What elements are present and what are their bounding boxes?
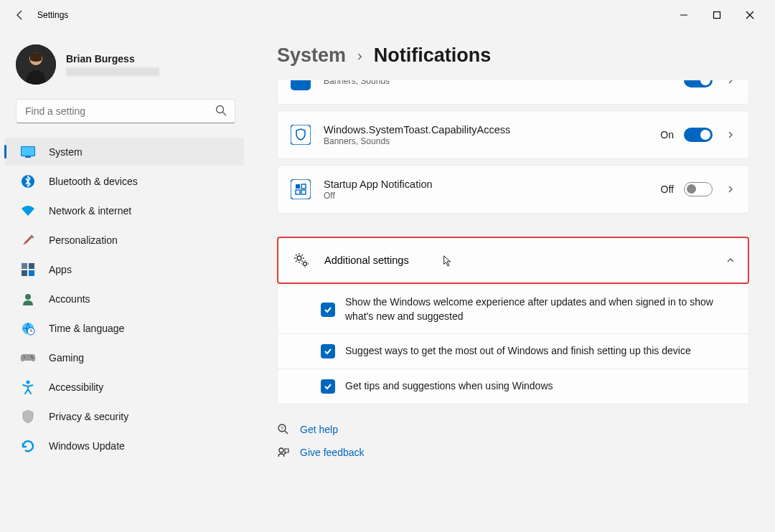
- accessibility-icon: [20, 379, 36, 395]
- notification-app-card[interactable]: Startup App NotificationOff Off: [277, 165, 749, 214]
- sidebar-item-privacy[interactable]: Privacy & security: [4, 402, 244, 430]
- give-feedback-link[interactable]: Give feedback: [277, 446, 749, 459]
- checkbox-label: Get tips and suggestions when using Wind…: [345, 379, 553, 394]
- sidebar-item-network[interactable]: Network & internet: [4, 196, 244, 224]
- chevron-right-icon: ›: [357, 47, 362, 64]
- additional-settings-expander[interactable]: Additional settings: [277, 237, 749, 284]
- sidebar-item-system[interactable]: System: [4, 138, 244, 166]
- sidebar-item-bluetooth[interactable]: Bluetooth & devices: [4, 167, 244, 195]
- card-title: Startup App Notification: [324, 179, 661, 190]
- sidebar-item-label: Apps: [49, 264, 72, 275]
- sidebar-item-label: Accounts: [49, 293, 90, 305]
- svg-rect-14: [29, 270, 34, 276]
- sidebar-item-label: Time & language: [49, 323, 124, 334]
- account-section[interactable]: Brian Burgess: [0, 40, 251, 99]
- sidebar-item-update[interactable]: Windows Update: [4, 432, 244, 460]
- person-icon: [20, 291, 36, 307]
- shield-app-icon: [291, 125, 311, 145]
- chevron-up-icon: [726, 256, 735, 265]
- sidebar-item-label: Windows Update: [49, 440, 125, 452]
- checkbox-row[interactable]: Show the Windows welcome experience afte…: [277, 285, 749, 334]
- sidebar-item-label: Network & internet: [49, 205, 131, 217]
- sidebar: Brian Burgess System Bluetooth & devices…: [0, 30, 251, 532]
- bluetooth-icon: [20, 174, 36, 189]
- notification-app-card[interactable]: Windows.SystemToast.CapabilityAccessBann…: [277, 110, 749, 159]
- gamepad-icon: [20, 350, 36, 366]
- sidebar-item-gaming[interactable]: Gaming: [4, 343, 244, 371]
- card-subtitle: Banners, Sounds: [324, 136, 660, 146]
- sidebar-item-label: Privacy & security: [49, 411, 128, 422]
- breadcrumb-parent[interactable]: System: [277, 44, 346, 67]
- help-icon: ?: [277, 423, 290, 436]
- checkbox-row[interactable]: Get tips and suggestions when using Wind…: [277, 369, 749, 404]
- svg-rect-26: [291, 125, 311, 145]
- checkbox-checked[interactable]: [321, 379, 335, 394]
- chevron-right-icon: [725, 80, 736, 85]
- get-help-link[interactable]: ? Get help: [277, 423, 749, 436]
- svg-rect-8: [25, 156, 31, 158]
- checkbox-checked[interactable]: [321, 303, 335, 317]
- checkbox-label: Suggest ways to get the most out of Wind…: [345, 344, 691, 358]
- app-title: Settings: [37, 10, 68, 20]
- checkbox-checked[interactable]: [321, 344, 335, 358]
- update-icon: [20, 438, 36, 454]
- display-icon: [20, 144, 36, 160]
- sidebar-item-accessibility[interactable]: Accessibility: [4, 373, 244, 401]
- back-button[interactable]: [9, 4, 32, 27]
- main-content: System › Notifications Banners, Sounds W…: [277, 30, 749, 532]
- sidebar-item-label: Accessibility: [49, 381, 103, 393]
- sidebar-item-accounts[interactable]: Accounts: [4, 285, 244, 313]
- clock-globe-icon: [20, 320, 36, 336]
- search-input[interactable]: [16, 99, 235, 123]
- chevron-right-icon: [725, 184, 736, 194]
- svg-point-37: [279, 448, 283, 452]
- cursor-icon: [442, 255, 454, 267]
- svg-rect-11: [22, 263, 27, 269]
- svg-point-4: [217, 106, 224, 113]
- card-subtitle: Banners, Sounds: [324, 80, 684, 86]
- svg-rect-27: [291, 179, 311, 199]
- svg-rect-1: [714, 12, 720, 19]
- notification-app-card[interactable]: Banners, Sounds: [277, 80, 749, 105]
- search-container: [16, 99, 235, 123]
- svg-rect-7: [22, 147, 34, 156]
- sidebar-item-personalization[interactable]: Personalization: [4, 226, 244, 254]
- toggle-switch[interactable]: [684, 182, 713, 196]
- brush-icon: [20, 232, 36, 248]
- gears-icon: [291, 250, 311, 270]
- card-subtitle: Off: [324, 191, 661, 201]
- feedback-link-text[interactable]: Give feedback: [300, 447, 365, 458]
- svg-point-15: [25, 294, 31, 300]
- checkbox-label: Show the Windows welcome experience afte…: [345, 295, 736, 323]
- sidebar-item-time[interactable]: Time & language: [4, 314, 244, 342]
- svg-rect-25: [291, 80, 311, 90]
- shield-icon: [20, 409, 36, 424]
- nav: System Bluetooth & devices Network & int…: [0, 138, 251, 460]
- maximize-button[interactable]: [700, 4, 733, 27]
- sidebar-item-label: Gaming: [49, 352, 84, 364]
- app-icon: [291, 80, 311, 90]
- card-title: Windows.SystemToast.CapabilityAccess: [324, 124, 660, 136]
- close-button[interactable]: [733, 4, 766, 27]
- chevron-right-icon: [725, 130, 736, 140]
- startup-app-icon: [291, 179, 311, 199]
- wifi-icon: [20, 203, 36, 219]
- svg-point-22: [31, 356, 32, 357]
- checkbox-row[interactable]: Suggest ways to get the most out of Wind…: [277, 334, 749, 369]
- svg-rect-13: [22, 270, 27, 276]
- svg-point-23: [32, 357, 33, 358]
- account-name: Brian Burgess: [66, 53, 159, 65]
- apps-icon: [20, 262, 36, 277]
- sidebar-item-apps[interactable]: Apps: [4, 255, 244, 283]
- minimize-button[interactable]: [667, 4, 700, 27]
- toggle-switch[interactable]: [684, 128, 713, 142]
- sidebar-item-label: System: [49, 146, 83, 158]
- feedback-icon: [277, 446, 290, 459]
- help-link-text[interactable]: Get help: [300, 424, 338, 435]
- toggle-switch[interactable]: [684, 80, 713, 87]
- breadcrumb-current: Notifications: [374, 44, 492, 67]
- svg-point-33: [304, 262, 307, 266]
- expander-title: Additional settings: [324, 255, 726, 266]
- svg-line-5: [223, 113, 227, 116]
- search-icon: [215, 105, 228, 118]
